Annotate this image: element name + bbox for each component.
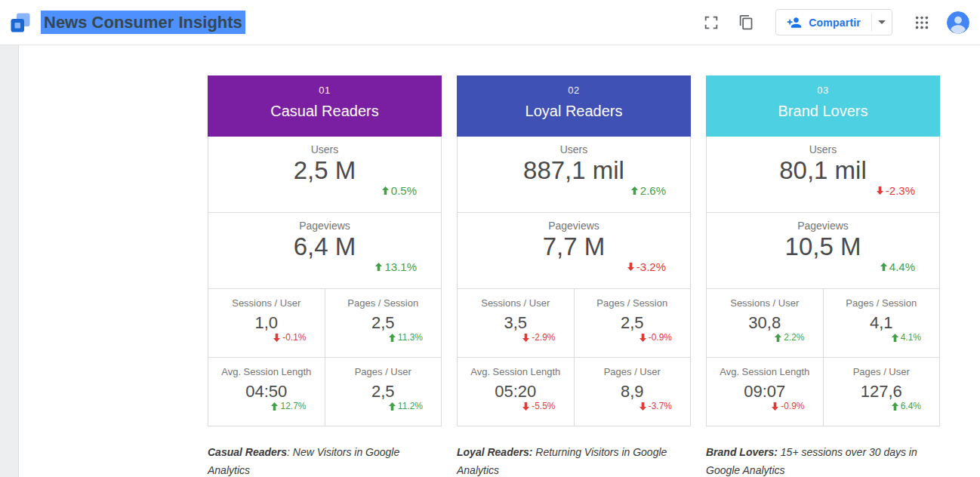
segment-footnote: Loyal Readers: Returning Visitors in Goo… (457, 443, 683, 477)
trend-arrow-icon (627, 263, 634, 271)
segment-panel-loyal-readers: 02 Loyal Readers Users 887,1 mil 2.6% Pa… (457, 75, 691, 477)
delta-value: 12.7% (280, 401, 306, 411)
segment-panel-brand-lovers: 03 Brand Lovers Users 80,1 mil -2.3% Pag… (706, 75, 940, 477)
scorecard-users: Users 887,1 mil 2.6% (458, 137, 690, 212)
metric-label: Avg. Session Length (470, 366, 560, 377)
metric-label: Pages / Session (846, 297, 917, 309)
metric-label: Pages / Session (347, 297, 418, 309)
scorecard-sessions-per-user: Sessions / User 1,0 -0.1% (208, 289, 325, 357)
scorecard-users: Users 80,1 mil -2.3% (707, 137, 939, 212)
metric-value: 887,1 mil (523, 157, 624, 184)
metric-value: 04:50 (245, 383, 287, 401)
report-title-text[interactable]: News Consumer Insights (41, 11, 245, 34)
footnote-term: Casual Readers (208, 446, 287, 458)
metric-delta: -3.7% (639, 401, 672, 411)
trend-arrow-icon (639, 402, 646, 411)
segment-footnote: Brand Lovers: 15+ sessions over 30 days … (706, 443, 932, 477)
avatar[interactable] (947, 11, 969, 34)
segment-title: Loyal Readers (525, 103, 623, 120)
app-bar: News Consumer Insights Compartir (0, 0, 980, 45)
metric-value: 2,5 (371, 314, 395, 332)
metric-value: 4,1 (870, 314, 893, 332)
delta-value: 11.3% (398, 332, 423, 343)
footnote-term: Loyal Readers: (457, 446, 532, 458)
scorecard-pages-per-user: Pages / User 8,9 -3.7% (575, 358, 691, 426)
apps-grid-button[interactable] (912, 13, 932, 32)
report-title[interactable]: News Consumer Insights (41, 13, 245, 32)
metric-value: 09:07 (744, 383, 785, 401)
metric-delta: 13.1% (375, 260, 417, 273)
metric-label: Sessions / User (481, 297, 550, 309)
metric-delta: -2.9% (522, 332, 555, 343)
trend-arrow-icon (880, 263, 887, 271)
metric-value: 2,5 M (294, 157, 356, 184)
metric-value: 6,4 M (294, 233, 356, 260)
scorecard-grid: Users 80,1 mil -2.3% Pageviews 10,5 M 4.… (706, 137, 940, 426)
scorecard-sessions-per-user: Sessions / User 30,8 2.2% (707, 289, 823, 357)
segment-header: 03 Brand Lovers (706, 75, 940, 137)
metric-delta: -5.5% (522, 401, 555, 411)
metric-label: Sessions / User (232, 297, 300, 309)
apps-grid-icon (914, 14, 930, 31)
delta-value: 2.6% (640, 184, 666, 197)
delta-value: -5.5% (532, 401, 555, 411)
metric-delta: 2.6% (631, 184, 666, 197)
segment-title: Brand Lovers (778, 103, 868, 120)
scorecard-avg-session-length: Avg. Session Length 09:07 -0.9% (707, 358, 823, 426)
delta-value: 13.1% (384, 260, 417, 273)
segment-number: 01 (319, 85, 330, 96)
metric-label: Pageviews (299, 220, 350, 232)
delta-value: 11.2% (398, 401, 423, 411)
segment-number: 02 (568, 85, 579, 96)
trend-arrow-icon (892, 334, 898, 342)
metric-delta: 4.1% (892, 332, 921, 343)
scorecard-board: 01 Casual Readers Users 2,5 M 0.5% Pagev… (0, 45, 980, 477)
share-button-main[interactable]: Compartir (776, 10, 871, 35)
share-button-label: Compartir (809, 17, 861, 29)
delta-value: 4.4% (889, 260, 915, 273)
metric-value: 1,0 (254, 314, 278, 332)
trend-arrow-icon (772, 402, 778, 411)
metric-value: 2,5 (371, 383, 395, 401)
delta-value: 0.5% (391, 184, 417, 197)
scorecard-pageviews: Pageviews 6,4 M 13.1% (208, 213, 441, 288)
copy-report-button[interactable] (736, 13, 756, 32)
metric-label: Users (809, 143, 837, 155)
delta-value: -0.9% (781, 401, 804, 411)
report-canvas: 01 Casual Readers Users 2,5 M 0.5% Pagev… (0, 45, 980, 477)
data-studio-logo-icon[interactable] (9, 11, 32, 34)
metric-value: 10,5 M (785, 233, 861, 260)
scorecard-pageviews: Pageviews 7,7 M -3.2% (458, 213, 690, 288)
delta-value: -3.7% (649, 401, 672, 411)
scorecard-pages-per-user: Pages / User 127,6 6.4% (824, 358, 940, 426)
trend-arrow-icon (382, 186, 389, 195)
trend-arrow-icon (639, 334, 646, 342)
copy-icon (738, 14, 754, 30)
trend-arrow-icon (271, 402, 278, 411)
metric-delta: -0.9% (772, 401, 804, 411)
metric-label: Users (311, 143, 339, 155)
trend-arrow-icon (389, 334, 396, 342)
share-button[interactable]: Compartir (775, 9, 892, 35)
segment-footnote: Casual Readers: New Visitors in Google A… (208, 443, 434, 477)
metric-label: Sessions / User (730, 297, 799, 309)
scorecard-pages-per-session: Pages / Session 2,5 -0.9% (575, 289, 691, 357)
trend-arrow-icon (631, 186, 638, 195)
metric-value: 8,9 (621, 383, 644, 401)
fullscreen-button[interactable] (701, 13, 721, 32)
metric-value: 3,5 (504, 314, 527, 332)
share-dropdown-button[interactable] (872, 10, 892, 35)
metric-label: Pageviews (797, 220, 849, 232)
trend-arrow-icon (375, 263, 382, 271)
metric-label: Avg. Session Length (221, 366, 311, 377)
metric-label: Users (560, 143, 588, 155)
scorecard-pages-per-user: Pages / User 2,5 11.2% (325, 358, 442, 426)
segment-panel-casual-readers: 01 Casual Readers Users 2,5 M 0.5% Pagev… (208, 75, 442, 477)
delta-value: -2.3% (886, 184, 915, 197)
segment-header: 02 Loyal Readers (457, 75, 691, 137)
metric-label: Pages / User (355, 366, 411, 377)
metric-value: 7,7 M (543, 233, 606, 260)
trend-arrow-icon (892, 402, 898, 411)
caret-down-icon (878, 20, 886, 24)
delta-value: -2.9% (532, 332, 555, 343)
